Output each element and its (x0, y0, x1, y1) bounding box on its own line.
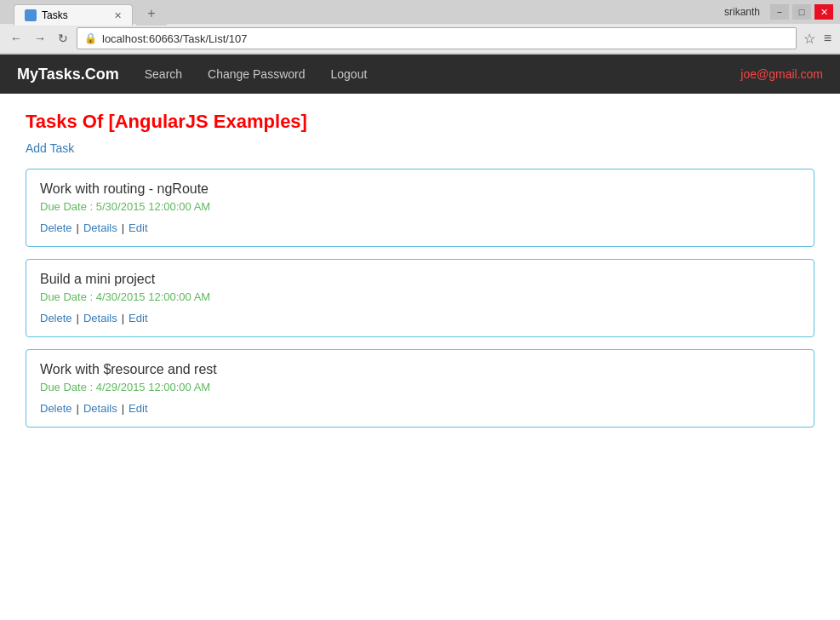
task-title: Build a mini project (40, 272, 800, 287)
task-card: Work with $resource and restDue Date : 4… (26, 349, 814, 428)
app-brand[interactable]: MyTasks.Com (17, 66, 119, 83)
tab-icon (25, 9, 37, 21)
back-button[interactable]: ← (7, 30, 26, 47)
tab-label: Tasks (42, 9, 68, 21)
task-list: Work with routing - ngRouteDue Date : 5/… (26, 169, 814, 428)
page-title: Tasks Of [AngularJS Examples] (26, 111, 814, 133)
app-nav: MyTasks.Com Search Change Password Logou… (0, 55, 840, 94)
task-due-date: Due Date : 4/30/2015 12:00:00 AM (40, 290, 800, 303)
address-text: localhost:60663/Task/List/107 (102, 32, 248, 45)
task-action-separator: | (77, 312, 79, 324)
address-lock-icon: 🔒 (84, 32, 97, 44)
task-action-delete[interactable]: Delete (40, 402, 72, 415)
task-action-edit[interactable]: Edit (129, 402, 147, 415)
task-due-date: Due Date : 5/30/2015 12:00:00 AM (40, 200, 800, 213)
task-action-edit[interactable]: Edit (129, 312, 147, 324)
main-content: Tasks Of [AngularJS Examples] Add Task W… (0, 94, 840, 620)
task-action-delete[interactable]: Delete (40, 221, 72, 234)
window-controls: srikanth − □ ✕ (724, 4, 833, 20)
address-bar[interactable]: 🔒 localhost:60663/Task/List/107 (77, 27, 797, 49)
nav-logout[interactable]: Logout (330, 67, 367, 81)
refresh-button[interactable]: ↻ (54, 30, 71, 47)
tab-close-button[interactable]: ✕ (114, 10, 122, 21)
task-title: Work with routing - ngRoute (40, 181, 800, 197)
nav-change-password[interactable]: Change Password (208, 67, 305, 81)
menu-button[interactable]: ≡ (822, 29, 833, 48)
new-tab-button[interactable]: + (136, 2, 167, 26)
browser-chrome: Tasks ✕ + srikanth − □ ✕ ← → ↻ 🔒 localho… (0, 0, 840, 55)
task-action-details[interactable]: Details (83, 312, 117, 324)
tab-area: Tasks ✕ + (7, 0, 167, 26)
task-action-separator: | (122, 221, 124, 234)
task-action-separator: | (77, 221, 79, 234)
restore-button[interactable]: □ (792, 4, 811, 20)
task-action-edit[interactable]: Edit (129, 221, 147, 234)
browser-tab[interactable]: Tasks ✕ (14, 4, 133, 26)
task-title: Work with $resource and rest (40, 362, 800, 377)
task-action-separator: | (77, 402, 79, 415)
task-action-separator: | (122, 402, 124, 415)
task-action-delete[interactable]: Delete (40, 312, 72, 324)
task-card: Build a mini projectDue Date : 4/30/2015… (26, 259, 814, 337)
close-button[interactable]: ✕ (814, 4, 833, 20)
bookmark-button[interactable]: ☆ (802, 29, 817, 49)
task-action-separator: | (122, 312, 124, 324)
add-task-link[interactable]: Add Task (26, 141, 74, 155)
address-bar-row: ← → ↻ 🔒 localhost:60663/Task/List/107 ☆ … (0, 24, 840, 54)
task-card: Work with routing - ngRouteDue Date : 5/… (26, 169, 814, 247)
user-label: srikanth (724, 6, 760, 18)
title-bar: Tasks ✕ + srikanth − □ ✕ (0, 0, 840, 24)
task-action-bar: Delete | Details | Edit (40, 312, 800, 324)
nav-search[interactable]: Search (145, 67, 182, 81)
nav-user-email: joe@gmail.com (740, 67, 823, 81)
task-action-details[interactable]: Details (83, 402, 117, 415)
task-action-details[interactable]: Details (83, 221, 117, 234)
task-action-bar: Delete | Details | Edit (40, 402, 800, 415)
task-due-date: Due Date : 4/29/2015 12:00:00 AM (40, 381, 800, 393)
minimize-button[interactable]: − (770, 4, 789, 20)
task-action-bar: Delete | Details | Edit (40, 221, 800, 234)
forward-button[interactable]: → (31, 30, 49, 47)
